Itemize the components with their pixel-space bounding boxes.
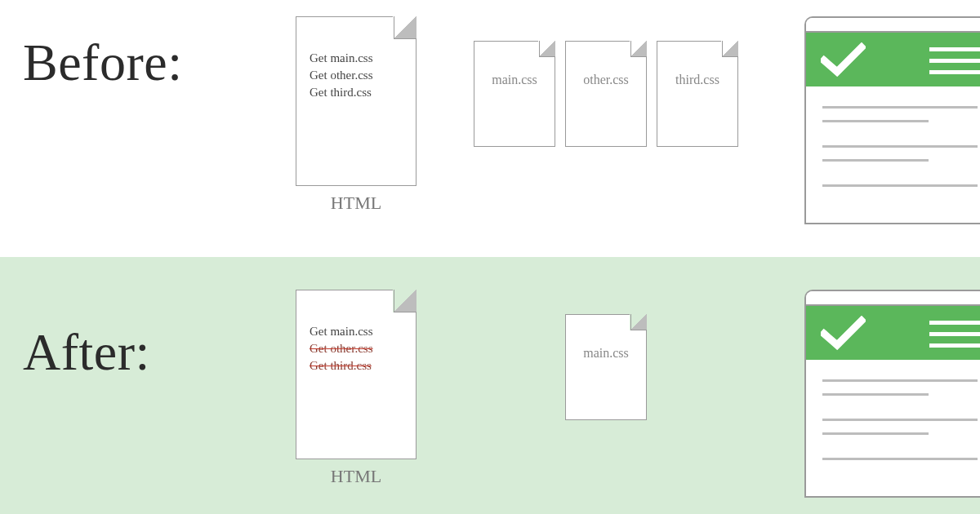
document-fold-icon [394, 290, 416, 312]
placeholder-line [822, 419, 978, 421]
html-line: Get third.css [310, 84, 406, 101]
html-document-after: Get main.css Get other.css Get third.css [296, 290, 416, 459]
document-fold-icon [630, 314, 647, 330]
hamburger-icon [929, 321, 980, 348]
hamburger-icon [929, 47, 980, 74]
rendered-page-browser [804, 290, 980, 498]
html-document-before: Get main.css Get other.css Get third.css [296, 16, 416, 186]
html-line-struck: Get other.css [310, 340, 406, 357]
page-body [806, 86, 980, 187]
document-fold-icon [630, 41, 647, 57]
html-line-struck: Get third.css [310, 357, 406, 374]
placeholder-line [822, 458, 978, 460]
html-doc-label: HTML [296, 193, 416, 214]
browser-titlebar [806, 18, 980, 33]
html-doc-content: Get main.css Get other.css Get third.css [310, 50, 406, 101]
css-file: main.css [565, 314, 647, 420]
before-row: Before: Get main.css Get other.css Get t… [0, 0, 980, 257]
html-line: Get other.css [310, 67, 406, 84]
checkmark-icon [821, 42, 866, 77]
css-file-label: main.css [474, 71, 555, 89]
css-file: other.css [565, 41, 647, 147]
placeholder-line [822, 379, 978, 382]
page-hero [806, 306, 980, 360]
before-heading: Before: [23, 33, 182, 93]
css-file: third.css [657, 41, 738, 147]
placeholder-line [822, 120, 929, 122]
css-file-label: third.css [657, 71, 737, 89]
checkmark-icon [821, 316, 866, 350]
html-doc-label: HTML [296, 466, 416, 487]
css-file: main.css [474, 41, 555, 147]
after-heading: After: [23, 322, 150, 383]
page-body [806, 360, 980, 460]
browser-titlebar [806, 291, 980, 306]
rendered-page-browser [804, 16, 980, 224]
placeholder-line [822, 432, 929, 435]
placeholder-line [822, 184, 978, 187]
placeholder-line [822, 145, 978, 148]
css-file-label: main.css [566, 344, 646, 362]
document-fold-icon [539, 41, 555, 57]
document-fold-icon [722, 41, 738, 57]
css-file-label: other.css [566, 71, 646, 89]
html-doc-content: Get main.css Get other.css Get third.css [310, 323, 406, 374]
placeholder-line [822, 106, 978, 109]
html-line: Get main.css [310, 323, 406, 340]
html-line: Get main.css [310, 50, 406, 67]
page-hero [806, 33, 980, 86]
document-fold-icon [394, 16, 416, 39]
after-row: After: Get main.css Get other.css Get th… [0, 257, 980, 514]
placeholder-line [822, 159, 929, 162]
placeholder-line [822, 393, 929, 396]
